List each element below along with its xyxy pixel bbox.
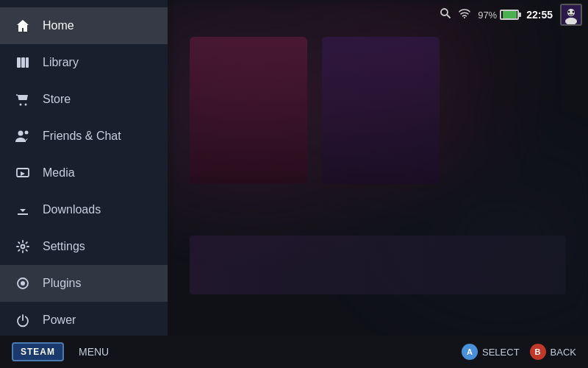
top-bar: 97% 22:55 xyxy=(0,0,588,29)
steam-button[interactable]: STEAM xyxy=(12,342,64,361)
bottom-bar: STEAM MENU A SELECT B BACK xyxy=(0,336,588,368)
b-button: B xyxy=(530,344,546,360)
sidebar-label-downloads: Downloads xyxy=(43,203,101,216)
svg-point-12 xyxy=(25,104,27,106)
power-icon xyxy=(15,312,31,328)
svg-line-1 xyxy=(447,15,450,18)
main-content xyxy=(168,0,588,339)
svg-point-2 xyxy=(464,17,465,18)
svg-point-14 xyxy=(25,131,29,135)
bottom-actions: A SELECT B BACK xyxy=(462,344,576,360)
battery-percent: 97% xyxy=(478,10,497,21)
downloads-icon xyxy=(15,202,31,218)
sidebar-item-friends[interactable]: Friends & Chat xyxy=(0,118,168,155)
avatar[interactable] xyxy=(560,4,582,26)
select-action[interactable]: A SELECT xyxy=(462,344,520,360)
sidebar-item-library[interactable]: Library xyxy=(0,44,168,81)
media-icon xyxy=(15,165,31,181)
friends-icon xyxy=(15,128,31,144)
sidebar-label-friends: Friends & Chat xyxy=(43,130,121,143)
battery-icon xyxy=(500,10,519,20)
clock: 22:55 xyxy=(526,9,553,21)
sidebar-label-plugins: Plugins xyxy=(43,277,81,290)
content-strip xyxy=(190,236,566,294)
store-icon xyxy=(15,91,31,107)
steam-label: STEAM xyxy=(21,347,55,357)
svg-rect-9 xyxy=(21,57,25,68)
svg-point-13 xyxy=(18,131,24,136)
search-icon[interactable] xyxy=(440,7,451,22)
select-label: SELECT xyxy=(482,347,520,358)
sidebar-item-plugins[interactable]: Plugins xyxy=(0,265,168,302)
library-icon xyxy=(15,54,31,71)
menu-label: MENU xyxy=(79,346,109,358)
svg-rect-8 xyxy=(17,57,21,68)
svg-point-11 xyxy=(20,104,22,106)
sidebar-label-library: Library xyxy=(43,56,79,69)
settings-icon xyxy=(15,238,31,255)
plugins-icon xyxy=(15,275,31,291)
sidebar-item-store[interactable]: Store xyxy=(0,81,168,118)
content-card-2 xyxy=(322,37,440,184)
sidebar-item-media[interactable]: Media xyxy=(0,155,168,191)
svg-rect-10 xyxy=(26,57,29,68)
sidebar-label-power: Power xyxy=(43,314,76,327)
sidebar-label-settings: Settings xyxy=(43,240,85,253)
battery-indicator: 97% xyxy=(478,10,519,21)
sidebar-label-media: Media xyxy=(43,166,75,180)
content-card-1 xyxy=(190,37,307,184)
wifi-icon xyxy=(459,8,470,21)
back-label: BACK xyxy=(551,347,576,358)
sidebar-item-downloads[interactable]: Downloads xyxy=(0,191,168,228)
sidebar-label-store: Store xyxy=(43,93,71,106)
a-button: A xyxy=(462,344,478,360)
back-action[interactable]: B BACK xyxy=(530,344,576,360)
sidebar-item-power[interactable]: Power xyxy=(0,302,168,339)
svg-point-16 xyxy=(21,245,25,249)
svg-point-6 xyxy=(568,11,570,13)
svg-point-7 xyxy=(573,11,575,13)
sidebar: Home Library Store xyxy=(0,0,168,339)
svg-point-18 xyxy=(21,281,25,286)
sidebar-item-settings[interactable]: Settings xyxy=(0,228,168,265)
